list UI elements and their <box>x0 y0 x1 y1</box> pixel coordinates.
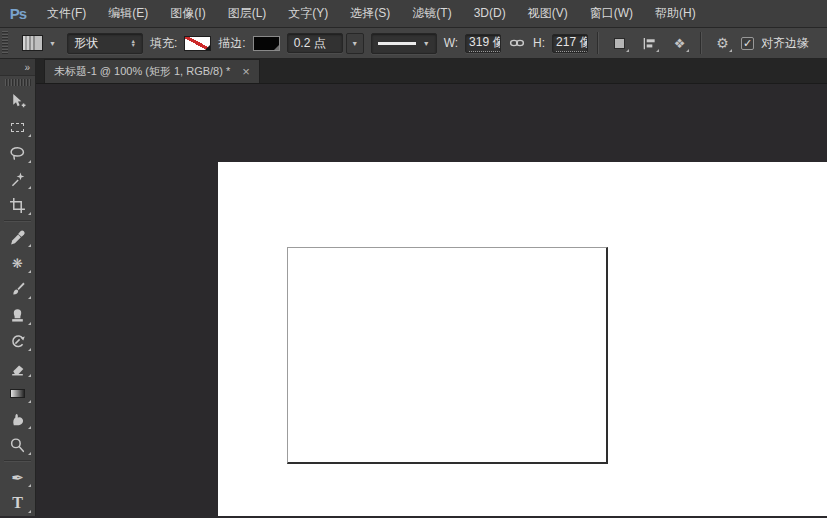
document-area: 未标题-1 @ 100% (矩形 1, RGB/8) * × <box>36 59 827 516</box>
crop-icon <box>9 197 26 214</box>
shape-width-field[interactable]: 319 像素 <box>465 34 501 53</box>
gradient-icon <box>10 389 25 398</box>
fill-color-swatch[interactable] <box>184 36 211 51</box>
path-arrangement-icon: ❖ <box>674 36 686 51</box>
menu-edit[interactable]: 编辑(E) <box>97 0 159 27</box>
menu-3d[interactable]: 3D(D) <box>463 0 517 27</box>
menu-type[interactable]: 文字(Y) <box>277 0 339 27</box>
flyout-triangle-icon <box>656 49 659 52</box>
path-operations-button[interactable] <box>608 32 631 54</box>
path-arrangement-button[interactable]: ❖ <box>668 32 691 54</box>
stroke-color-swatch[interactable] <box>253 36 280 51</box>
shape-height-field[interactable]: 217 像素 <box>552 34 588 53</box>
shape-height-value: 217 像素 <box>556 34 588 52</box>
rectangle-tool-preset-icon <box>22 35 43 51</box>
eraser-icon <box>9 359 26 376</box>
separator <box>597 32 599 54</box>
menu-bar: Ps 文件(F) 编辑(E) 图像(I) 图层(L) 文字(Y) 选择(S) 滤… <box>0 0 827 28</box>
menu-filter[interactable]: 滤镜(T) <box>401 0 462 27</box>
tools-separator <box>4 460 31 462</box>
photoshop-logo: Ps <box>0 5 36 22</box>
fill-label: 填充: <box>150 35 177 52</box>
stroke-width-field[interactable]: 0.2 点 <box>287 33 343 53</box>
rectangular-marquee-tool[interactable] <box>0 114 35 140</box>
eyedropper-icon <box>9 229 26 246</box>
align-edges-checkbox[interactable]: ✓ <box>741 37 754 50</box>
quick-selection-tool[interactable] <box>0 166 35 192</box>
move-icon <box>9 93 26 110</box>
flyout-triangle-icon <box>28 270 31 273</box>
gradient-tool[interactable] <box>0 380 35 406</box>
geometry-settings-button[interactable]: ⚙ <box>711 32 734 54</box>
workspace: » <box>0 59 827 516</box>
menu-select[interactable]: 选择(S) <box>339 0 401 27</box>
history-brush-tool[interactable] <box>0 328 35 354</box>
updown-arrows-icon: ▲▼ <box>130 39 135 48</box>
height-label: H: <box>533 36 545 50</box>
flyout-triangle-icon <box>28 484 31 487</box>
tool-mode-select[interactable]: 形状 ▲▼ <box>67 33 143 54</box>
stroke-label: 描边: <box>218 35 245 52</box>
brush-tool[interactable] <box>0 276 35 302</box>
flyout-triangle-icon <box>686 49 689 52</box>
tools-panel-collapse-button[interactable]: » <box>0 59 35 76</box>
align-edges-label: 对齐边缘 <box>761 35 809 52</box>
menu-layer[interactable]: 图层(L) <box>217 0 278 27</box>
flyout-triangle-icon <box>28 400 31 403</box>
smudge-tool[interactable] <box>0 406 35 432</box>
flyout-triangle-icon <box>28 296 31 299</box>
spot-healing-brush-icon: ❋ <box>12 257 23 270</box>
flyout-triangle-icon <box>626 49 629 52</box>
menu-help[interactable]: 帮助(H) <box>644 0 707 27</box>
chevron-down-icon: ▼ <box>423 40 430 47</box>
flyout-triangle-icon <box>729 49 732 52</box>
menu-view[interactable]: 视图(V) <box>517 0 579 27</box>
path-alignment-icon <box>642 36 657 51</box>
flyout-triangle-icon <box>28 244 31 247</box>
document-tab-bar: 未标题-1 @ 100% (矩形 1, RGB/8) * × <box>36 59 827 84</box>
menu-window[interactable]: 窗口(W) <box>579 0 644 27</box>
dodge-tool[interactable] <box>0 432 35 458</box>
document-tab[interactable]: 未标题-1 @ 100% (矩形 1, RGB/8) * × <box>44 59 260 83</box>
solid-line-icon <box>378 42 416 45</box>
magic-wand-icon <box>9 171 26 188</box>
eyedropper-tool[interactable] <box>0 224 35 250</box>
stroke-style-dropdown[interactable]: ▼ <box>371 33 437 54</box>
tools-panel: » <box>0 59 36 516</box>
lasso-icon <box>9 145 26 162</box>
move-tool[interactable] <box>0 88 35 114</box>
rectangle-shape <box>287 247 608 464</box>
gear-icon: ⚙ <box>716 35 729 51</box>
tool-mode-value: 形状 <box>74 35 98 52</box>
crop-tool[interactable] <box>0 192 35 218</box>
link-dimensions-icon[interactable] <box>508 36 526 50</box>
document-canvas[interactable] <box>218 162 827 516</box>
lasso-tool[interactable] <box>0 140 35 166</box>
type-tool-icon: T <box>12 494 23 512</box>
chevron-down-icon: ▼ <box>351 40 358 47</box>
pen-tool[interactable]: ✒ <box>0 464 35 490</box>
tab-close-button[interactable]: × <box>242 65 250 78</box>
brush-icon <box>9 281 26 298</box>
stroke-width-value: 0.2 点 <box>294 35 326 52</box>
pen-nib-icon: ✒ <box>11 471 24 484</box>
no-color-icon <box>185 37 210 50</box>
path-alignment-button[interactable] <box>638 32 661 54</box>
tool-preset-picker[interactable]: ▼ <box>18 35 60 51</box>
document-tab-title: 未标题-1 @ 100% (矩形 1, RGB/8) * <box>54 64 230 79</box>
clone-stamp-tool[interactable] <box>0 302 35 328</box>
tool-options-bar: ▼ 形状 ▲▼ 填充: 描边: 0.2 点 ▼ ▼ W: 319 像素 H: 2… <box>0 28 827 59</box>
stroke-width-dropdown-button[interactable]: ▼ <box>346 33 364 54</box>
width-label: W: <box>444 36 458 50</box>
tools-panel-grip[interactable] <box>5 79 31 86</box>
menu-image[interactable]: 图像(I) <box>159 0 216 27</box>
eraser-tool[interactable] <box>0 354 35 380</box>
menu-file[interactable]: 文件(F) <box>36 0 97 27</box>
flyout-triangle-icon <box>28 212 31 215</box>
flyout-triangle-icon <box>28 160 31 163</box>
spot-healing-brush-tool[interactable]: ❋ <box>0 250 35 276</box>
check-icon: ✓ <box>743 37 752 49</box>
type-tool[interactable]: T <box>0 490 35 516</box>
options-bar-grip[interactable] <box>2 31 8 55</box>
dodge-icon <box>9 437 26 454</box>
